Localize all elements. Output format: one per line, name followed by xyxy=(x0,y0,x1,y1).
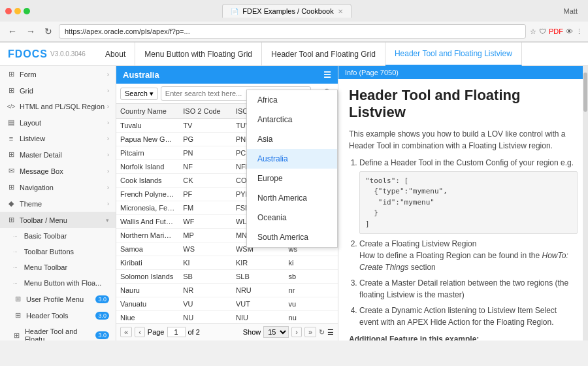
cell-iso2: FM xyxy=(179,201,232,215)
page-number-input[interactable] xyxy=(167,327,186,337)
info-step-3: Create a Master Detail relation between … xyxy=(359,277,578,301)
dropdown-item-europe[interactable]: Europe xyxy=(247,169,337,188)
sidebar-label-user-profile: User Profile Menu xyxy=(26,295,84,303)
dropdown-item-antarctica[interactable]: Antarctica xyxy=(247,110,337,129)
user-label: Matt xyxy=(544,7,583,15)
sidebar-item-basic-toolbar[interactable]: ··· Basic Toolbar xyxy=(0,228,116,244)
tab-close-button[interactable]: ✕ xyxy=(338,8,343,15)
toolbarmenu-icon: ⊞ xyxy=(7,216,16,224)
sidebar-item-layout[interactable]: ▤ Layout › xyxy=(0,114,116,131)
cell-iso3: NIU xyxy=(232,311,285,324)
hamburger-icon[interactable]: ☰ xyxy=(323,70,331,80)
info-panel-wrap: Info (Page 7050) Header Tool and Floatin… xyxy=(338,66,588,341)
sidebar-item-messagebox[interactable]: ✉ Message Box › xyxy=(0,163,116,179)
search-dropdown[interactable]: Search ▾ xyxy=(120,88,158,100)
info-panel-header: Info (Page 7050) xyxy=(338,66,588,79)
header-float1-icon: ⊞ xyxy=(13,331,21,340)
table-row[interactable]: Solomon IslandsSBSLBsb xyxy=(116,270,338,284)
list-panel: Australia ☰ Search ▾ ✕ 🔍 Country xyxy=(116,66,338,341)
dropdown-item-north-america[interactable]: North America xyxy=(247,188,337,208)
tab-about[interactable]: About xyxy=(96,42,135,66)
dots-basic-toolbar: ··· xyxy=(13,233,18,239)
address-bar[interactable] xyxy=(59,24,526,39)
pagination: « ‹ Page of 2 Show 15 25 50 › » ↻ ☰ xyxy=(116,323,338,341)
chevron-listview: › xyxy=(107,135,109,142)
browser-chrome: 📄 FDEX Examples / Cookbook ✕ Matt ← → ↻ … xyxy=(0,0,588,42)
sidebar-item-grid[interactable]: ⊞ Grid › xyxy=(0,82,116,99)
page-last-button[interactable]: » xyxy=(304,327,316,337)
dropdown-item-australia[interactable]: Australia xyxy=(247,149,337,169)
nav-back-button[interactable]: ← xyxy=(5,25,20,38)
cell-iso3: KIR xyxy=(232,256,285,270)
badge-header-tools: 3.0 xyxy=(95,312,109,320)
more-icon[interactable]: ⋮ xyxy=(576,27,583,36)
masterdetail-icon: ⊞ xyxy=(7,150,16,159)
table-row[interactable]: VanuatuVUVUTvu xyxy=(116,297,338,311)
search-dropdown-arrow: ▾ xyxy=(150,90,154,98)
theme-icon: ◆ xyxy=(7,199,16,208)
nav-refresh-button[interactable]: ↻ xyxy=(42,25,55,38)
dropdown-item-south-america[interactable]: South America xyxy=(247,227,337,247)
app-nav-tabs: About Menu Button with Floating Grid Hea… xyxy=(96,42,522,66)
cell-name: Cook Islands xyxy=(116,174,179,188)
sidebar-item-user-profile[interactable]: ⊞ User Profile Menu 3.0 xyxy=(0,291,116,307)
close-dot[interactable] xyxy=(5,8,12,14)
cell-name: Vanuatu xyxy=(116,297,179,311)
sidebar-item-navigation[interactable]: ⊞ Navigation › xyxy=(0,179,116,195)
tab-menu-button-grid[interactable]: Menu Button with Floating Grid xyxy=(135,42,262,66)
dropdown-item-africa[interactable]: Africa xyxy=(247,90,337,110)
table-row[interactable]: NiueNUNIUnu xyxy=(116,311,338,324)
cell-iso2: NU xyxy=(179,311,232,324)
sidebar-item-theme[interactable]: ◆ Theme › xyxy=(0,195,116,212)
refresh-icon[interactable]: ↻ xyxy=(319,328,325,337)
sidebar-item-header-tools[interactable]: ⊞ Header Tools 3.0 xyxy=(0,307,116,324)
form-icon: ⊞ xyxy=(7,70,16,78)
sidebar-item-header-float1[interactable]: ⊞ Header Tool and Floatu... 3.0 xyxy=(0,324,116,341)
cell-iso2: NR xyxy=(179,284,232,297)
tab-title: FDEX Examples / Cookbook xyxy=(242,7,333,15)
table-row[interactable]: KiribatiKIKIRki xyxy=(116,256,338,270)
dropdown-item-asia[interactable]: Asia xyxy=(247,129,337,149)
cell-iso2: VU xyxy=(179,297,232,311)
continent-dropdown: Africa Antarctica Asia Australia Europe … xyxy=(246,90,338,248)
eye-icon[interactable]: 👁 xyxy=(566,27,573,35)
sidebar-label-html: HTML and PL/SQL Region xyxy=(20,103,105,110)
chevron-theme: › xyxy=(107,201,109,207)
show-select[interactable]: 15 25 50 xyxy=(263,326,289,338)
page-prev-button[interactable]: ‹ xyxy=(135,327,145,337)
nav-forward-button[interactable]: → xyxy=(24,25,38,38)
cell-iso2: PF xyxy=(179,188,232,201)
sidebar-label-basic-toolbar: Basic Toolbar xyxy=(24,232,67,240)
col-country-name[interactable]: Country Name xyxy=(116,104,179,119)
badge-header-float1: 3.0 xyxy=(95,331,109,339)
sidebar-item-menu-toolbar[interactable]: ··· Menu Toolbar xyxy=(0,259,116,275)
tab-header-tool-listview[interactable]: Header Tool and Floating Listview xyxy=(385,42,522,66)
list-header: Australia ☰ xyxy=(116,66,338,84)
sidebar-item-form[interactable]: ⊞ Form › xyxy=(0,66,116,82)
star-icon[interactable]: ☆ xyxy=(530,27,536,36)
sidebar-label-form: Form xyxy=(20,71,37,78)
sidebar-item-html[interactable]: </> HTML and PL/SQL Region › xyxy=(0,99,116,114)
sidebar-item-listview[interactable]: ≡ Listview › xyxy=(0,131,116,146)
actions-icon[interactable]: ☰ xyxy=(327,328,334,337)
cell-name: Kiribati xyxy=(116,256,179,270)
sidebar-label-grid: Grid xyxy=(20,87,33,95)
table-row[interactable]: NauruNRNRUnr xyxy=(116,284,338,297)
cell-iso2: MP xyxy=(179,229,232,242)
minimize-dot[interactable] xyxy=(14,8,21,14)
maximize-dot[interactable] xyxy=(24,8,30,14)
page-of-label: of 2 xyxy=(188,328,200,336)
col-iso2[interactable]: ISO 2 Code xyxy=(179,104,232,119)
page-first-button[interactable]: « xyxy=(120,327,132,337)
page-next-button[interactable]: › xyxy=(291,327,302,337)
scrollbar-thumb[interactable] xyxy=(583,73,587,112)
sidebar-item-toolbarmenu[interactable]: ⊞ Toolbar / Menu ▾ xyxy=(0,212,116,228)
cell-name: French Polynesia xyxy=(116,188,179,201)
browser-tab[interactable]: 📄 FDEX Examples / Cookbook ✕ xyxy=(222,4,351,18)
sidebar-item-toolbar-buttons[interactable]: ··· Toolbar Buttons xyxy=(0,244,116,259)
sidebar-item-menu-btn-float[interactable]: ··· Menu Button with Floa... xyxy=(0,275,116,291)
tab-header-tool-grid[interactable]: Header Tool and Floating Grid xyxy=(262,42,385,66)
sidebar-item-masterdetail[interactable]: ⊞ Master Detail › xyxy=(0,146,116,163)
scrollbar-track[interactable] xyxy=(583,66,588,341)
dropdown-item-oceania[interactable]: Oceania xyxy=(247,208,337,227)
